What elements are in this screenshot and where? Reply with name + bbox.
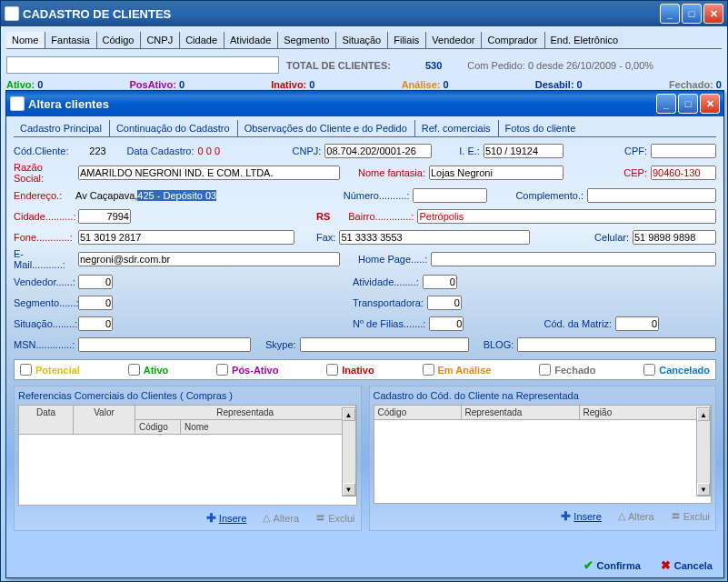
codcliente-label: Cód.Cliente: bbox=[14, 146, 69, 156]
main-minimize-button[interactable]: _ bbox=[660, 4, 680, 24]
main-tab-situação[interactable]: Situação bbox=[335, 32, 386, 48]
matriz-field[interactable] bbox=[615, 316, 659, 331]
cadastro-altera-button[interactable]: △Altera bbox=[618, 509, 654, 523]
numero-field[interactable] bbox=[413, 188, 487, 203]
endereco-label: Endereço.: bbox=[14, 190, 72, 201]
col-representada-r[interactable]: Representada bbox=[462, 406, 580, 419]
cnpj-label: CNPJ: bbox=[293, 146, 322, 156]
scroll-up-icon[interactable]: ▲ bbox=[343, 408, 355, 421]
main-tab-atividade[interactable]: Atividade bbox=[224, 32, 276, 48]
filter-input[interactable] bbox=[6, 56, 279, 74]
main-tab-cidade[interactable]: Cidade bbox=[179, 32, 223, 48]
complemento-field[interactable] bbox=[587, 188, 716, 203]
col-regiao-r[interactable]: Região bbox=[580, 406, 712, 419]
status-check-fechado[interactable]: Fechado bbox=[539, 364, 595, 376]
edit-tab-4[interactable]: Fotos do cliente bbox=[498, 120, 583, 136]
main-maximize-button[interactable]: □ bbox=[682, 4, 702, 24]
main-tab-segmento[interactable]: Segmento bbox=[277, 32, 334, 48]
edit-close-button[interactable]: ✕ bbox=[700, 94, 720, 114]
cadastro-grid-body[interactable] bbox=[374, 420, 713, 504]
checkbox-cancelado[interactable] bbox=[643, 364, 655, 376]
references-altera-button[interactable]: △Altera bbox=[263, 511, 299, 525]
razao-field[interactable] bbox=[78, 166, 340, 180]
nomefant-field[interactable] bbox=[429, 166, 563, 180]
main-tab-end. eletrônico[interactable]: End. Eletrônico bbox=[544, 32, 624, 48]
references-insere-button[interactable]: ✚Insere bbox=[206, 511, 247, 525]
status-check-inativo[interactable]: Inativo bbox=[326, 364, 374, 376]
status-check-pós-ativo[interactable]: Pós-Ativo bbox=[216, 364, 278, 376]
edit-window: Altera clientes _ □ ✕ Cadastro Principal… bbox=[5, 90, 724, 578]
bairro-field[interactable] bbox=[417, 209, 716, 224]
status-check-potencial[interactable]: Potencial bbox=[20, 364, 80, 376]
references-scrollbar[interactable]: ▲ ▼ bbox=[342, 407, 356, 497]
status-check-ativo[interactable]: Ativo bbox=[128, 364, 169, 376]
fone-field[interactable] bbox=[78, 230, 294, 245]
endereco-field[interactable]: Av Caçapava, 425 - Depósito 03 bbox=[75, 190, 325, 201]
check-icon: ✔ bbox=[583, 558, 593, 572]
status-check-cancelado[interactable]: Cancelado bbox=[643, 364, 710, 376]
checkbox-potencial[interactable] bbox=[20, 364, 32, 376]
main-close-button[interactable]: ✕ bbox=[703, 4, 723, 24]
col-codigo-r[interactable]: Código bbox=[374, 406, 462, 419]
main-tab-filiais[interactable]: Filiais bbox=[387, 32, 424, 48]
cadastro-insere-button[interactable]: ✚Insere bbox=[561, 509, 602, 523]
col-valor[interactable]: Valor bbox=[74, 406, 135, 434]
email-label: E-Mail...........: bbox=[14, 248, 75, 270]
edit-tab-1[interactable]: Continuação do Cadastro bbox=[109, 120, 236, 136]
checkbox-ativo[interactable] bbox=[128, 364, 140, 376]
filias-field[interactable] bbox=[429, 316, 464, 331]
col-codigo[interactable]: Código bbox=[135, 420, 181, 434]
homepage-field[interactable] bbox=[431, 252, 716, 266]
main-tab-fantasia[interactable]: Fantasia bbox=[45, 32, 95, 48]
scroll-down-icon[interactable]: ▼ bbox=[343, 483, 355, 496]
edit-minimize-button[interactable]: _ bbox=[656, 94, 676, 114]
situacao-field[interactable] bbox=[78, 316, 113, 331]
fax-field[interactable] bbox=[339, 230, 530, 245]
endereco-prefix: Av Caçapava, bbox=[75, 190, 137, 201]
edit-tab-0[interactable]: Cadastro Principal bbox=[14, 120, 108, 136]
cnpj-field[interactable] bbox=[324, 144, 432, 158]
edit-tab-2[interactable]: Observações do Cliente e do Pedido bbox=[237, 120, 414, 136]
main-tab-nome[interactable]: Nome bbox=[6, 32, 44, 48]
x-icon: ✖ bbox=[661, 558, 671, 572]
transportadora-field[interactable] bbox=[427, 296, 462, 310]
cep-field[interactable] bbox=[651, 166, 716, 180]
main-tab-cnpj[interactable]: CNPJ bbox=[140, 32, 178, 48]
exclui-label: Exclui bbox=[683, 511, 710, 522]
col-nome[interactable]: Nome bbox=[181, 420, 356, 434]
confirma-button[interactable]: ✔Confirma bbox=[583, 558, 641, 572]
celular-field[interactable] bbox=[633, 230, 716, 245]
cadastro-scrollbar[interactable]: ▲ ▼ bbox=[696, 407, 711, 497]
edit-maximize-button[interactable]: □ bbox=[678, 94, 698, 114]
cadastro-exclui-button[interactable]: 〓Exclui bbox=[671, 509, 710, 523]
cancela-button[interactable]: ✖Cancela bbox=[661, 558, 713, 572]
checkbox-inativo[interactable] bbox=[326, 364, 338, 376]
msn-field[interactable] bbox=[78, 337, 251, 352]
ie-field[interactable] bbox=[484, 144, 563, 158]
edit-tab-3[interactable]: Ref. comerciais bbox=[414, 120, 497, 136]
main-tab-vendedor[interactable]: Vendedor bbox=[425, 32, 480, 48]
checkbox-em análise[interactable] bbox=[423, 364, 434, 376]
transportadora-label: Transportadora: bbox=[353, 297, 424, 308]
blog-field[interactable] bbox=[517, 337, 716, 352]
cpf-field[interactable] bbox=[651, 144, 716, 158]
checkbox-fechado[interactable] bbox=[539, 364, 551, 376]
col-representada-group[interactable]: Representada bbox=[135, 406, 356, 420]
skype-field[interactable] bbox=[300, 337, 469, 352]
email-field[interactable] bbox=[78, 252, 340, 266]
col-data[interactable]: Data bbox=[19, 406, 74, 434]
references-exclui-button[interactable]: 〓Exclui bbox=[315, 511, 354, 525]
total-value: 530 bbox=[425, 60, 442, 71]
cidade-field[interactable] bbox=[78, 209, 131, 224]
atividade-field[interactable] bbox=[423, 275, 457, 289]
scroll-up-icon[interactable]: ▲ bbox=[697, 408, 710, 421]
status-check-em análise[interactable]: Em Análise bbox=[423, 364, 492, 376]
scroll-down-icon[interactable]: ▼ bbox=[697, 483, 710, 496]
references-grid-body[interactable] bbox=[18, 435, 357, 506]
main-tab-código[interactable]: Código bbox=[96, 32, 140, 48]
references-panel: Referencias Comerciais do Clientes ( Com… bbox=[14, 386, 362, 531]
segmento-field[interactable] bbox=[78, 296, 113, 310]
main-tab-comprador[interactable]: Comprador bbox=[481, 32, 543, 48]
checkbox-pós-ativo[interactable] bbox=[216, 364, 228, 376]
vendedor-field[interactable] bbox=[78, 275, 113, 289]
